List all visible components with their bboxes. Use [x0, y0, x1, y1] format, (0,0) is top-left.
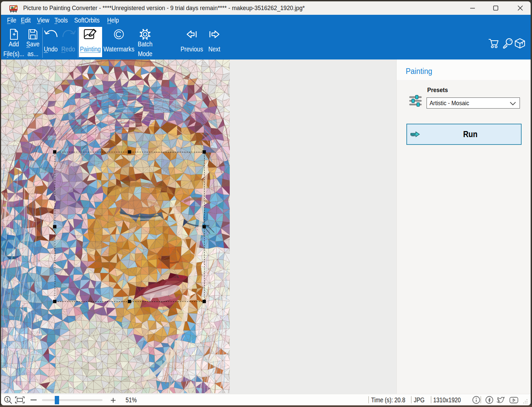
svg-text:1: 1	[6, 397, 9, 402]
